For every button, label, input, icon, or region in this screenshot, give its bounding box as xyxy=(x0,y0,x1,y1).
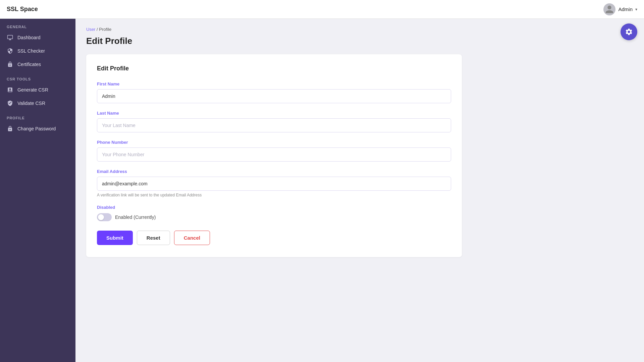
username-label: Admin xyxy=(618,6,633,12)
phone-number-group: Phone Number xyxy=(97,140,451,162)
email-address-group: Email Address A verification link will b… xyxy=(97,169,451,197)
check-shield-icon xyxy=(7,100,13,107)
sidebar-label-change-password: Change Password xyxy=(17,126,56,131)
sidebar-label-validate-csr: Validate CSR xyxy=(17,101,45,106)
first-name-input[interactable] xyxy=(97,89,451,103)
toggle-status-text: Enabled (Currently) xyxy=(115,215,156,220)
form-actions: Submit Reset Cancel xyxy=(97,231,451,245)
toggle-row: Enabled (Currently) xyxy=(97,213,451,221)
breadcrumb-current: Profile xyxy=(99,27,111,32)
lock-icon xyxy=(7,61,13,68)
sidebar-section-general: GENERAL xyxy=(0,19,75,31)
lock-profile-icon xyxy=(7,125,13,132)
monitor-icon xyxy=(7,34,13,41)
sidebar-section-profile: PROFILE xyxy=(0,110,75,122)
generate-icon xyxy=(7,86,13,93)
email-hint: A verification link will be sent to the … xyxy=(97,193,451,197)
page-title: Edit Profile xyxy=(86,36,633,46)
sidebar-item-ssl-checker[interactable]: SSL Checker xyxy=(0,44,75,58)
breadcrumb-parent[interactable]: User xyxy=(86,27,95,32)
avatar xyxy=(603,3,615,15)
main-content: User / Profile Edit Profile Edit Profile… xyxy=(75,19,644,362)
app-logo: SSL Space xyxy=(7,6,38,13)
chevron-down-icon: ▾ xyxy=(635,7,637,12)
submit-button[interactable]: Submit xyxy=(97,231,133,245)
sidebar-item-generate-csr[interactable]: Generate CSR xyxy=(0,83,75,97)
sidebar-item-change-password[interactable]: Change Password xyxy=(0,122,75,135)
phone-number-input[interactable] xyxy=(97,147,451,162)
email-address-label: Email Address xyxy=(97,169,451,174)
reset-button[interactable]: Reset xyxy=(137,231,170,245)
sidebar-label-ssl-checker: SSL Checker xyxy=(17,48,45,54)
sidebar-item-validate-csr[interactable]: Validate CSR xyxy=(0,97,75,110)
sidebar-item-dashboard[interactable]: Dashboard xyxy=(0,31,75,44)
user-menu[interactable]: Admin ▾ xyxy=(603,3,637,15)
edit-profile-card: Edit Profile First Name Last Name Phone … xyxy=(86,54,462,257)
cancel-button[interactable]: Cancel xyxy=(174,231,210,245)
sidebar-label-generate-csr: Generate CSR xyxy=(17,87,48,93)
breadcrumb: User / Profile xyxy=(86,27,633,32)
sidebar-section-csr-tools: CSR TOOLS xyxy=(0,71,75,83)
disabled-toggle-section: Disabled Enabled (Currently) xyxy=(97,205,451,221)
topbar: SSL Space Admin ▾ xyxy=(0,0,644,19)
gear-icon xyxy=(625,28,633,36)
sidebar-item-certificates[interactable]: Certificates xyxy=(0,58,75,71)
form-card-title: Edit Profile xyxy=(97,65,451,72)
disabled-label: Disabled xyxy=(97,205,451,210)
email-address-input[interactable] xyxy=(97,177,451,191)
avatar-icon xyxy=(605,5,614,14)
last-name-input[interactable] xyxy=(97,118,451,132)
shield-icon xyxy=(7,48,13,54)
phone-number-label: Phone Number xyxy=(97,140,451,145)
sidebar-label-dashboard: Dashboard xyxy=(17,35,41,40)
first-name-label: First Name xyxy=(97,81,451,86)
sidebar-label-certificates: Certificates xyxy=(17,62,41,67)
sidebar: GENERAL Dashboard SSL Checker Certificat… xyxy=(0,0,75,362)
enabled-toggle[interactable] xyxy=(97,213,112,221)
settings-fab-button[interactable] xyxy=(621,23,637,40)
first-name-group: First Name xyxy=(97,81,451,103)
last-name-group: Last Name xyxy=(97,111,451,132)
last-name-label: Last Name xyxy=(97,111,451,116)
